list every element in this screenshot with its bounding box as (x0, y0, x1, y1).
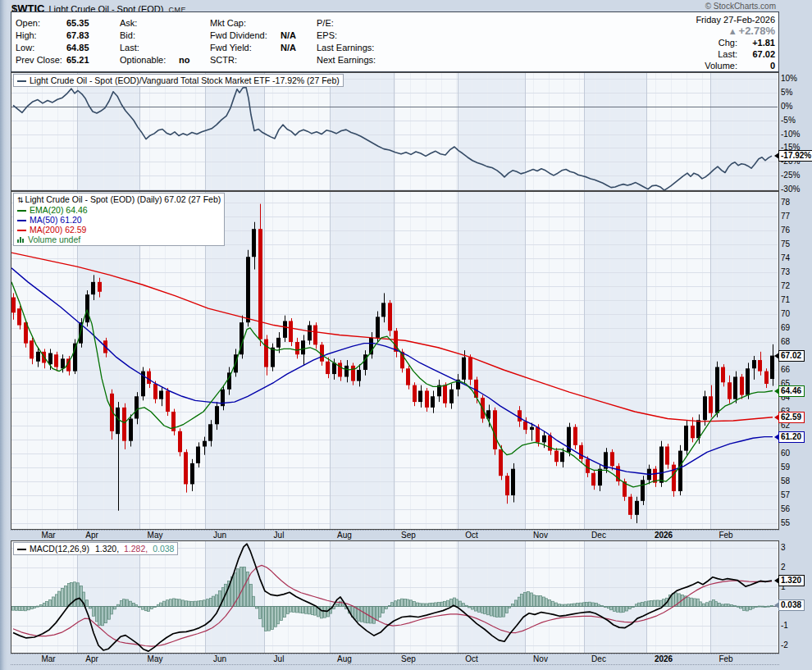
main-y-tick: 76 (781, 226, 790, 235)
ratio-chart-canvas (11, 73, 778, 190)
month-label-feb: Feb (718, 654, 732, 663)
month-label-mar: Mar (41, 654, 55, 663)
macd-y-tick: 3 (781, 543, 786, 552)
main-y-tick: 74 (781, 253, 790, 262)
month-label-may: May (148, 531, 163, 540)
price-legend: ⇅Light Crude Oil - Spot (EOD) (Daily) 67… (13, 193, 225, 246)
main-value-callout: 64.46 (778, 385, 805, 397)
macd-value: 1.320 (95, 544, 116, 554)
macd-y-tick: 2 (781, 563, 786, 572)
quote-field-label: Fwd Dividend: (210, 30, 281, 42)
main-y-tick: 60 (781, 449, 790, 458)
ma50-legend-label: MA(50) 61.20 (30, 215, 82, 225)
quote-field: Open:65.35 (16, 17, 89, 30)
month-label-apr: Apr (85, 531, 98, 540)
month-label-nov: Nov (533, 654, 548, 663)
quote-field: Mkt Cap: (210, 17, 296, 30)
main-y-tick: 75 (781, 239, 790, 248)
quote-field: Next Earnings: (317, 54, 387, 66)
volume-legend-row: Volume undef (17, 235, 221, 244)
change-last-volume-rows: Chg:+1.81Last:67.02Volume:0 (696, 37, 775, 71)
ma50-legend-row: MA(50) 61.20 (17, 215, 221, 225)
price-legend-title-row: ⇅Light Crude Oil - Spot (EOD) (Daily) 67… (17, 194, 221, 205)
quote-field-label: Low: (16, 42, 66, 54)
month-label-dec: Dec (591, 654, 606, 663)
quote-summary-value: +1.81 (737, 37, 775, 48)
quote-field-label: Next Earnings: (317, 54, 387, 66)
quote-field: Ask: (120, 17, 189, 30)
main-y-tick: 58 (781, 476, 790, 485)
main-y-tick: 77 (781, 212, 790, 221)
quote-field-value: 65.21 (66, 55, 89, 65)
quote-field: Last Earnings: (317, 42, 387, 54)
copyright: © StockCharts.com (705, 2, 776, 11)
ratio-y-tick: 5% (781, 88, 792, 97)
month-label-jun: Jun (213, 654, 226, 663)
macd-hist-value: 0.038 (153, 544, 174, 554)
macd-panel (11, 540, 779, 654)
macd-value-callout: 1.320 (778, 575, 805, 586)
line-swatch-icon (17, 80, 26, 82)
ratio-y-tick: -30% (781, 185, 800, 194)
main-y-tick: 66 (781, 365, 790, 374)
quote-field: Last: (120, 42, 189, 54)
ratio-y-tick: -10% (781, 130, 800, 139)
quote-field-label: Mkt Cap: (210, 17, 281, 30)
ratio-y-tick: -25% (781, 171, 800, 180)
month-label-2026: 2026 (655, 654, 673, 663)
month-label-oct: Oct (465, 654, 478, 663)
percent-change-row: ▲+2.78% (696, 25, 775, 37)
quote-field: Optionable:no (120, 54, 189, 66)
quote-field-label: Last: (120, 42, 179, 54)
month-label-apr: Apr (85, 654, 98, 663)
quote-field-value: 65.35 (66, 18, 89, 28)
quote-summary-label: Chg: (718, 37, 737, 48)
separator: , (145, 544, 148, 554)
month-label-may: May (148, 654, 163, 663)
quote-field-value: N/A (281, 43, 296, 52)
month-label-jun: Jun (213, 531, 226, 540)
month-label-sep: Sep (401, 531, 416, 540)
ma50-swatch-icon (17, 220, 26, 221)
quote-field-label: Fwd Yield: (210, 42, 281, 54)
quote-col-ohlc: Open:65.35High:67.83Low:64.85Prev Close:… (16, 17, 89, 66)
quote-date: Friday 27-Feb-2026 (696, 14, 775, 25)
candlestick-icon: ⇅ (17, 196, 24, 204)
quote-field-label: Open: (16, 17, 66, 30)
month-label-dec: Dec (591, 531, 606, 540)
quote-field-label: Prev Close: (16, 54, 66, 66)
chart-title: $WTICLight Crude Oil - Spot (EOD)CME (11, 1, 186, 11)
quote-col-fundamental: Mkt Cap:Fwd Dividend:N/AFwd Yield:N/ASCT… (210, 17, 296, 66)
volume-legend-label: Volume undef (28, 235, 80, 244)
macd-chart-canvas (11, 541, 778, 653)
quote-summary-row: Last:67.02 (696, 48, 775, 60)
ema20-swatch-icon (17, 210, 26, 212)
month-label-aug: Aug (337, 654, 352, 663)
ratio-y-tick: -5% (781, 116, 796, 125)
quote-field-label: Ask: (120, 17, 179, 30)
up-triangle-icon: ▲ (728, 26, 737, 36)
ma200-legend-label: MA(200) 62.59 (30, 225, 86, 235)
main-y-tick: 69 (781, 323, 790, 332)
main-value-callout: 61.20 (778, 431, 805, 443)
macd-y-tick: -1 (781, 621, 788, 630)
x-axis-months-bottom: MarAprMayJunJulAugSepOctNovDec2026Feb (11, 654, 779, 665)
ma200-legend-row: MA(200) 62.59 (17, 225, 221, 235)
quote-field-label: SCTR: (210, 54, 281, 66)
main-y-tick: 55 (781, 518, 790, 527)
macd-swatch-icon (17, 549, 26, 550)
ema20-legend-row: EMA(20) 64.46 (17, 205, 221, 215)
main-y-tick: 78 (781, 198, 790, 207)
quote-field-label: High: (16, 30, 66, 42)
separator: , (116, 544, 119, 554)
quote-field: P/E: (317, 17, 387, 30)
quote-field: Fwd Yield:N/A (210, 42, 296, 54)
month-label-nov: Nov (533, 531, 548, 540)
quote-field: EPS: (317, 30, 387, 42)
macd-value-callout: 0.038 (778, 599, 805, 611)
main-y-tick: 73 (781, 267, 790, 276)
quote-field-label: P/E: (317, 17, 387, 30)
month-label-jul: Jul (274, 531, 285, 540)
quote-field-value: no (179, 55, 189, 65)
quote-field-label: Bid: (120, 30, 179, 42)
